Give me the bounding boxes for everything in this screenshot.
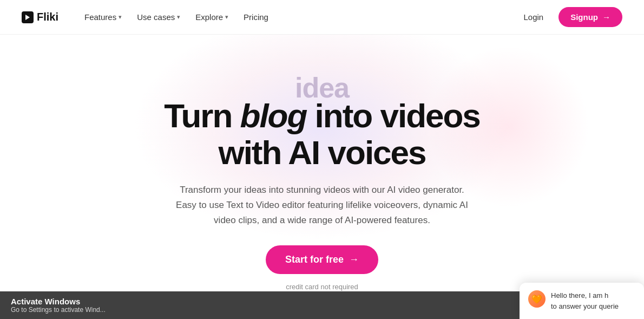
windows-activation-bar: Activate Windows Go to Settings to activ… [0, 291, 520, 319]
nav-features[interactable]: Features ▾ [78, 8, 128, 26]
logo-svg [24, 14, 31, 21]
chat-text: Hello there, I am h to answer your queri… [551, 290, 619, 311]
signup-arrow: → [602, 12, 610, 22]
hero-title-line2: with AI voices [218, 134, 425, 171]
nav-use-cases[interactable]: Use cases ▾ [130, 8, 187, 26]
hero-title: Turn blog into videos with AI voices [164, 97, 480, 171]
chat-message: 🧡 Hello there, I am h to answer your que… [528, 290, 635, 311]
explore-chevron: ▾ [225, 14, 228, 21]
logo-icon [22, 11, 34, 23]
hero-content: idea Turn blog into videos with AI voice… [164, 74, 480, 291]
brand-name: Fliki [37, 11, 58, 23]
nav-right: Login Signup → [517, 7, 622, 27]
cta-arrow: → [349, 254, 359, 265]
hero-section: idea Turn blog into videos with AI voice… [0, 35, 644, 319]
windows-bar-title: Activate Windows [11, 297, 509, 306]
hero-highlight-word: blog [240, 97, 307, 134]
hero-subtitle: Transform your ideas into stunning video… [164, 183, 480, 228]
credit-note: credit card not required [286, 283, 358, 291]
chat-widget[interactable]: 🧡 Hello there, I am h to answer your que… [520, 283, 644, 319]
nav-links: Features ▾ Use cases ▾ Explore ▾ Pricing [78, 8, 517, 26]
login-button[interactable]: Login [517, 8, 550, 26]
windows-bar-subtitle: Go to Settings to activate Wind... [11, 306, 509, 314]
nav-explore[interactable]: Explore ▾ [189, 8, 235, 26]
nav-pricing[interactable]: Pricing [237, 8, 275, 26]
features-chevron: ▾ [119, 14, 122, 21]
logo[interactable]: Fliki [22, 11, 58, 23]
chat-avatar: 🧡 [528, 290, 546, 308]
use-cases-chevron: ▾ [177, 14, 180, 21]
svg-marker-0 [25, 15, 30, 20]
signup-button[interactable]: Signup → [558, 7, 622, 27]
cta-group: Start for free → credit card not require… [164, 245, 480, 291]
cta-button[interactable]: Start for free → [266, 245, 378, 274]
navbar: Fliki Features ▾ Use cases ▾ Explore ▾ P… [0, 0, 644, 35]
